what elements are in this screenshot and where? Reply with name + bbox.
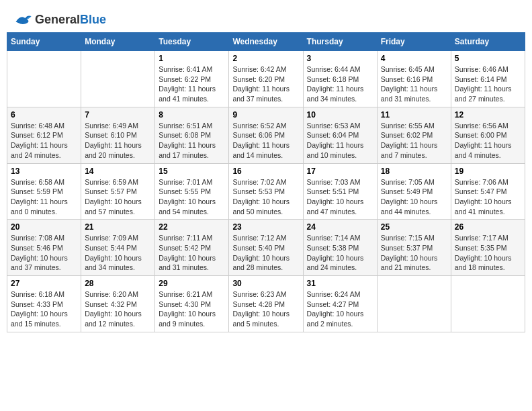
calendar-cell: 2Sunrise: 6:42 AM Sunset: 6:20 PM Daylig… <box>229 51 303 107</box>
calendar-cell: 19Sunrise: 7:06 AM Sunset: 5:47 PM Dayli… <box>451 163 525 220</box>
day-number: 17 <box>307 167 373 176</box>
calendar-cell: 29Sunrise: 6:21 AM Sunset: 4:30 PM Dayli… <box>155 276 229 332</box>
calendar-cell: 13Sunrise: 6:58 AM Sunset: 5:59 PM Dayli… <box>7 163 81 220</box>
day-number: 19 <box>455 167 521 176</box>
day-info: Sunrise: 7:03 AM Sunset: 5:51 PM Dayligh… <box>307 177 373 217</box>
weekday-header-friday: Friday <box>377 33 451 51</box>
day-info: Sunrise: 7:14 AM Sunset: 5:38 PM Dayligh… <box>307 233 373 273</box>
day-info: Sunrise: 6:45 AM Sunset: 6:16 PM Dayligh… <box>381 64 447 104</box>
day-info: Sunrise: 6:52 AM Sunset: 6:06 PM Dayligh… <box>232 121 299 161</box>
day-info: Sunrise: 6:24 AM Sunset: 4:27 PM Dayligh… <box>307 289 373 329</box>
week-row-5: 27Sunrise: 6:18 AM Sunset: 4:33 PM Dayli… <box>7 276 525 332</box>
day-info: Sunrise: 7:09 AM Sunset: 5:44 PM Dayligh… <box>85 233 151 273</box>
day-number: 23 <box>232 222 299 232</box>
calendar-cell: 27Sunrise: 6:18 AM Sunset: 4:33 PM Dayli… <box>7 276 81 332</box>
calendar-cell <box>81 51 155 107</box>
calendar-cell: 5Sunrise: 6:46 AM Sunset: 6:14 PM Daylig… <box>451 51 525 107</box>
day-info: Sunrise: 6:53 AM Sunset: 6:04 PM Dayligh… <box>307 121 373 161</box>
weekday-header-monday: Monday <box>81 33 155 51</box>
day-info: Sunrise: 6:41 AM Sunset: 6:22 PM Dayligh… <box>159 64 225 104</box>
weekday-header-thursday: Thursday <box>303 33 377 51</box>
week-row-3: 13Sunrise: 6:58 AM Sunset: 5:59 PM Dayli… <box>7 163 525 220</box>
calendar-cell: 7Sunrise: 6:49 AM Sunset: 6:10 PM Daylig… <box>81 107 155 163</box>
day-number: 31 <box>307 279 373 288</box>
day-number: 10 <box>307 110 373 120</box>
logo: GeneralBlue <box>13 12 106 27</box>
calendar-cell: 20Sunrise: 7:08 AM Sunset: 5:46 PM Dayli… <box>7 220 81 276</box>
day-info: Sunrise: 6:42 AM Sunset: 6:20 PM Dayligh… <box>232 64 299 104</box>
day-number: 6 <box>11 110 77 120</box>
calendar-cell: 26Sunrise: 7:17 AM Sunset: 5:35 PM Dayli… <box>451 220 525 276</box>
day-info: Sunrise: 7:05 AM Sunset: 5:49 PM Dayligh… <box>381 177 447 217</box>
calendar-cell: 14Sunrise: 6:59 AM Sunset: 5:57 PM Dayli… <box>81 163 155 220</box>
day-number: 13 <box>11 167 77 176</box>
day-info: Sunrise: 6:56 AM Sunset: 6:00 PM Dayligh… <box>455 121 521 161</box>
day-info: Sunrise: 6:46 AM Sunset: 6:14 PM Dayligh… <box>455 64 521 104</box>
day-number: 30 <box>232 279 299 288</box>
day-info: Sunrise: 6:58 AM Sunset: 5:59 PM Dayligh… <box>11 177 77 217</box>
weekday-header-row: SundayMondayTuesdayWednesdayThursdayFrid… <box>7 33 525 51</box>
day-info: Sunrise: 6:48 AM Sunset: 6:12 PM Dayligh… <box>11 121 77 161</box>
day-number: 5 <box>455 54 521 63</box>
calendar-cell: 25Sunrise: 7:15 AM Sunset: 5:37 PM Dayli… <box>377 220 451 276</box>
day-info: Sunrise: 6:21 AM Sunset: 4:30 PM Dayligh… <box>159 289 225 329</box>
calendar-cell: 6Sunrise: 6:48 AM Sunset: 6:12 PM Daylig… <box>7 107 81 163</box>
day-number: 7 <box>85 110 151 120</box>
day-number: 16 <box>232 167 299 176</box>
day-info: Sunrise: 7:08 AM Sunset: 5:46 PM Dayligh… <box>11 233 77 273</box>
day-info: Sunrise: 6:23 AM Sunset: 4:28 PM Dayligh… <box>232 289 299 329</box>
day-info: Sunrise: 7:06 AM Sunset: 5:47 PM Dayligh… <box>455 177 521 217</box>
day-number: 2 <box>232 54 299 63</box>
day-number: 20 <box>11 222 77 232</box>
calendar-cell: 10Sunrise: 6:53 AM Sunset: 6:04 PM Dayli… <box>303 107 377 163</box>
day-info: Sunrise: 7:17 AM Sunset: 5:35 PM Dayligh… <box>455 233 521 273</box>
day-number: 27 <box>11 279 77 288</box>
day-number: 28 <box>85 279 151 288</box>
calendar-cell: 8Sunrise: 6:51 AM Sunset: 6:08 PM Daylig… <box>155 107 229 163</box>
calendar-cell: 22Sunrise: 7:11 AM Sunset: 5:42 PM Dayli… <box>155 220 229 276</box>
calendar-cell: 1Sunrise: 6:41 AM Sunset: 6:22 PM Daylig… <box>155 51 229 107</box>
calendar-cell <box>451 276 525 332</box>
calendar-cell: 16Sunrise: 7:02 AM Sunset: 5:53 PM Dayli… <box>229 163 303 220</box>
day-number: 8 <box>159 110 225 120</box>
day-info: Sunrise: 7:12 AM Sunset: 5:40 PM Dayligh… <box>232 233 299 273</box>
calendar-table: SundayMondayTuesdayWednesdayThursdayFrid… <box>7 32 525 332</box>
day-number: 9 <box>232 110 299 120</box>
weekday-header-wednesday: Wednesday <box>229 33 303 51</box>
weekday-header-tuesday: Tuesday <box>155 33 229 51</box>
day-info: Sunrise: 7:15 AM Sunset: 5:37 PM Dayligh… <box>381 233 447 273</box>
calendar-cell: 3Sunrise: 6:44 AM Sunset: 6:18 PM Daylig… <box>303 51 377 107</box>
day-number: 3 <box>307 54 373 63</box>
calendar-cell: 31Sunrise: 6:24 AM Sunset: 4:27 PM Dayli… <box>303 276 377 332</box>
day-number: 29 <box>159 279 225 288</box>
calendar-cell: 9Sunrise: 6:52 AM Sunset: 6:06 PM Daylig… <box>229 107 303 163</box>
calendar-cell: 23Sunrise: 7:12 AM Sunset: 5:40 PM Dayli… <box>229 220 303 276</box>
day-number: 22 <box>159 222 225 232</box>
calendar-cell <box>7 51 81 107</box>
day-info: Sunrise: 6:18 AM Sunset: 4:33 PM Dayligh… <box>11 289 77 329</box>
day-number: 21 <box>85 222 151 232</box>
page-header: GeneralBlue <box>7 7 525 32</box>
day-number: 1 <box>159 54 225 63</box>
logo-general-text: General <box>35 13 80 26</box>
day-number: 4 <box>381 54 447 63</box>
day-number: 12 <box>455 110 521 120</box>
day-number: 15 <box>159 167 225 176</box>
logo-bird-icon <box>13 12 32 27</box>
calendar-cell: 12Sunrise: 6:56 AM Sunset: 6:00 PM Dayli… <box>451 107 525 163</box>
day-info: Sunrise: 6:44 AM Sunset: 6:18 PM Dayligh… <box>307 64 373 104</box>
day-number: 11 <box>381 110 447 120</box>
calendar-cell <box>377 276 451 332</box>
day-number: 25 <box>381 222 447 232</box>
day-info: Sunrise: 7:11 AM Sunset: 5:42 PM Dayligh… <box>159 233 225 273</box>
day-info: Sunrise: 6:20 AM Sunset: 4:32 PM Dayligh… <box>85 289 151 329</box>
weekday-header-sunday: Sunday <box>7 33 81 51</box>
day-info: Sunrise: 6:51 AM Sunset: 6:08 PM Dayligh… <box>159 121 225 161</box>
calendar-cell: 28Sunrise: 6:20 AM Sunset: 4:32 PM Dayli… <box>81 276 155 332</box>
logo-blue-text: Blue <box>80 13 106 26</box>
day-info: Sunrise: 6:55 AM Sunset: 6:02 PM Dayligh… <box>381 121 447 161</box>
day-number: 18 <box>381 167 447 176</box>
day-info: Sunrise: 6:49 AM Sunset: 6:10 PM Dayligh… <box>85 121 151 161</box>
calendar-cell: 24Sunrise: 7:14 AM Sunset: 5:38 PM Dayli… <box>303 220 377 276</box>
calendar-cell: 30Sunrise: 6:23 AM Sunset: 4:28 PM Dayli… <box>229 276 303 332</box>
